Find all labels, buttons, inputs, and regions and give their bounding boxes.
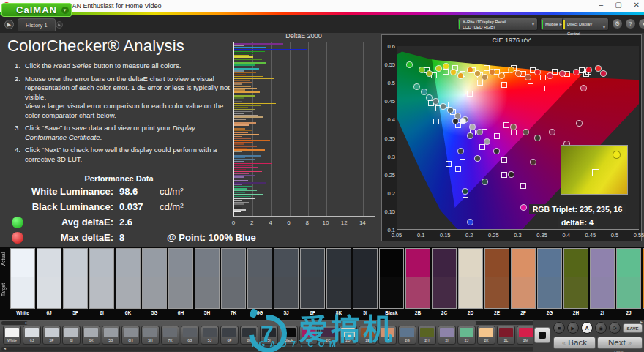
deltae-bar[interactable] [234,175,255,176]
deltae-bar[interactable] [234,149,265,151]
patch-button-2K[interactable]: 2K [477,326,495,345]
deltae-bar[interactable] [234,62,266,64]
deltae-bar[interactable] [234,206,253,207]
deltae-bar[interactable] [234,49,307,50]
pattern-window-button[interactable] [534,327,550,343]
deltae-bar[interactable] [234,136,242,138]
deltae-bar[interactable] [234,163,272,165]
deltae-bar[interactable] [234,94,247,95]
deltae-bar[interactable] [234,200,242,201]
deltae-bar[interactable] [234,140,270,141]
deltae-bar[interactable] [234,111,252,112]
deltae-bar[interactable] [234,167,258,168]
deltae-bar[interactable] [234,101,242,102]
deltae-bar[interactable] [234,202,249,203]
deltae-bar[interactable] [234,115,258,116]
deltae-bar[interactable] [234,159,255,160]
back-button[interactable]: « Back [553,337,596,349]
deltae-bar[interactable] [234,113,244,114]
save-button[interactable]: SAVE [623,323,643,333]
settings-button[interactable]: ⚙ [612,18,623,29]
deltae-bar[interactable] [234,119,246,120]
stop-button[interactable]: ■ [553,322,565,334]
deltae-bar[interactable] [234,173,249,174]
deltae-bar[interactable] [234,179,260,180]
patch-button-2H[interactable]: 2H [418,326,436,345]
deltae-bar[interactable] [234,148,247,149]
deltae-bar[interactable] [234,165,252,166]
scroll-left-icon[interactable]: ◄ [3,346,7,351]
deltae-bar[interactable] [234,55,249,56]
read-series-button[interactable]: A [581,322,593,334]
patch-button-5F[interactable]: 5F [42,326,61,345]
deltae-bar[interactable] [234,132,248,133]
deltae-bar[interactable] [234,59,262,60]
panel-menu-button[interactable]: ▶ [4,20,14,29]
deltae-bar[interactable] [234,211,241,213]
tab-history-1[interactable]: History 1 [18,18,56,31]
deltae-bar[interactable] [234,80,250,81]
minimize-button[interactable]: – [599,1,604,9]
deltae-bar[interactable] [234,196,251,198]
deltae-bar[interactable] [234,207,242,209]
deltae-bar[interactable] [234,105,261,107]
patch-button-6J[interactable]: 6J [23,326,41,345]
deltae-bar[interactable] [234,134,259,135]
patch-button-7K[interactable]: 7K [161,326,179,345]
patch-button-6K[interactable]: 6K [82,326,100,345]
loop-button[interactable]: ⟳ [609,322,621,334]
deltae-bar[interactable] [234,176,244,178]
deltae-bar[interactable] [234,188,247,190]
deltae-bar[interactable] [234,130,252,132]
maximize-button[interactable]: ▢ [615,1,621,9]
deltae-bar[interactable] [234,161,244,162]
deltae-bar[interactable] [234,143,244,145]
patch-button-White[interactable]: White [3,326,21,345]
deltae-bar[interactable] [234,47,266,48]
deltae-bar[interactable] [234,138,251,139]
patch-button-6G[interactable]: 6G [181,326,199,345]
tab-overflow-button[interactable]: ▸ [56,21,63,29]
deltae-bar[interactable] [234,43,283,45]
deltae-bar[interactable] [234,154,250,155]
deltae-bar[interactable] [234,182,266,184]
deltae-bar[interactable] [234,151,242,153]
capture-button[interactable]: ◉ [595,322,607,334]
deltae-bar[interactable] [234,103,276,105]
deltae-bar[interactable] [234,180,248,181]
deltae-bar[interactable] [234,89,245,91]
deltae-bar[interactable] [234,68,259,70]
patch-button-5J[interactable]: 5J [201,326,219,345]
deltae-bar[interactable] [234,157,245,159]
deltae-bar[interactable] [234,122,256,124]
deltae-bar[interactable] [234,95,255,97]
deltae-bar[interactable] [234,64,255,66]
deltae-bar[interactable] [234,97,244,99]
deltae-bar[interactable] [234,142,253,143]
close-button[interactable]: ✕ [634,1,640,9]
deltae-bar[interactable] [234,78,274,80]
deltae-bar[interactable] [234,127,269,128]
patch-button-6H[interactable]: 6H [121,326,140,345]
deltae-bar[interactable] [234,186,252,187]
deltae-bar[interactable] [234,121,241,122]
play-button[interactable]: ▶ [567,322,579,334]
deltae-bar[interactable] [234,203,244,205]
deltae-bar[interactable] [234,83,242,85]
display-control-button[interactable]: Direct Display Control ▼ [562,18,609,31]
deltae-bar[interactable] [234,86,251,87]
patch-button-6I[interactable]: 6I [62,326,80,345]
deltae-bar[interactable] [234,194,263,195]
deltae-bar[interactable] [234,56,253,58]
next-button[interactable]: Next » [597,337,643,349]
help-button[interactable]: ? [625,18,636,29]
calman-menu-button[interactable]: CalMAN ▼ [1,3,72,17]
deltae-bar[interactable] [234,192,245,193]
deltae-bar[interactable] [234,155,261,157]
deltae-bar[interactable] [234,209,246,211]
deltae-bar[interactable] [234,190,257,192]
deltae-bar[interactable] [234,67,247,68]
deltae-bar[interactable] [234,76,263,78]
deltae-bar[interactable] [234,146,257,147]
deltae-bar[interactable] [234,72,256,74]
